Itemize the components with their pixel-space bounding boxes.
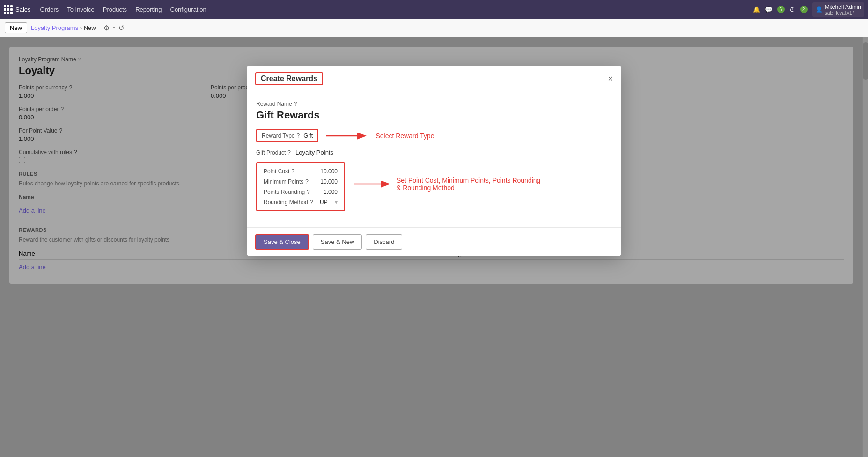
subnav-icons: ⚙ ↑ ↺ xyxy=(103,24,125,32)
modal-overlay: Create Rewards × Reward Name ? Gift Rewa… xyxy=(0,37,868,457)
reward-name-label: Reward Name ? xyxy=(256,101,612,107)
point-cost-value: 10.000 xyxy=(320,168,338,175)
points-annotation: Set Point Cost, Minimum Points, Points R… xyxy=(354,177,540,192)
chat-badge: 6 xyxy=(777,6,785,13)
mp-help: ? xyxy=(305,178,309,185)
refresh-icon[interactable]: ↺ xyxy=(118,24,125,32)
rounding-dropdown-icon[interactable]: ▾ xyxy=(335,199,338,206)
menu-configuration[interactable]: Configuration xyxy=(170,6,206,13)
upload-icon[interactable]: ↑ xyxy=(112,24,116,32)
save-close-button[interactable]: Save & Close xyxy=(255,234,309,250)
menu-products[interactable]: Products xyxy=(103,6,127,13)
menu-to-invoice[interactable]: To Invoice xyxy=(67,6,95,13)
grid-icon xyxy=(4,5,13,14)
clock-icon[interactable]: ⏱ xyxy=(789,6,795,13)
pr-help: ? xyxy=(307,189,310,195)
modal-footer: Save & Close Save & New Discard xyxy=(247,227,621,256)
rounding-method-value: UP xyxy=(320,199,335,206)
topnav-right: 🔔 💬 6 ⏱ 2 👤 Mitchell Admin sale_loyalty1… xyxy=(753,2,864,17)
breadcrumb-current: New xyxy=(84,24,96,31)
breadcrumb: Loyalty Programs › New xyxy=(31,24,96,31)
app-logo[interactable]: Sales xyxy=(4,5,31,14)
breadcrumb-parent[interactable]: Loyalty Programs xyxy=(31,24,78,31)
reward-type-box: Reward Type ? Gift xyxy=(256,129,318,142)
discard-button[interactable]: Discard xyxy=(366,234,402,250)
point-cost-row: Point Cost ? 10.000 xyxy=(264,168,338,175)
menu-orders[interactable]: Orders xyxy=(40,6,59,13)
select-annotation: Select Reward Type xyxy=(375,132,434,140)
points-box: Point Cost ? 10.000 Minimum Points ? 10.… xyxy=(256,162,345,211)
top-menu: Orders To Invoice Products Reporting Con… xyxy=(40,6,206,13)
save-new-button[interactable]: Save & New xyxy=(313,234,362,250)
modal-header: Create Rewards × xyxy=(247,66,621,92)
reward-type-section: Reward Type ? Gift Se xyxy=(256,129,612,142)
arrow-right-icon2 xyxy=(354,178,392,190)
modal-close-button[interactable]: × xyxy=(608,74,613,84)
minimum-points-value: 10.000 xyxy=(320,178,338,185)
gift-product-value: Loyalty Points xyxy=(295,149,333,156)
gp-help: ? xyxy=(287,149,291,156)
reward-type-value: Gift xyxy=(303,132,313,139)
gift-product-row: Gift Product ? Loyalty Points xyxy=(256,149,612,156)
minimum-points-row: Minimum Points ? 10.000 xyxy=(264,178,338,185)
rt-help: ? xyxy=(296,133,300,139)
avatar: 👤 xyxy=(816,6,823,13)
arrow-right-icon xyxy=(326,130,368,141)
top-navigation: Sales Orders To Invoice Products Reporti… xyxy=(0,0,868,19)
rounding-method-row: Rounding Method ? UP ▾ xyxy=(264,199,338,206)
rm-help: ? xyxy=(310,199,313,206)
user-tag: sale_loyalty17 xyxy=(825,10,861,15)
user-avatar-box[interactable]: 👤 Mitchell Admin sale_loyalty17 xyxy=(812,2,864,17)
reward-name-value: Gift Rewards xyxy=(256,109,612,121)
main-content: Loyalty Program Name ? Loyalty Points pe… xyxy=(0,37,868,457)
gear-icon[interactable]: ⚙ xyxy=(103,24,110,32)
create-rewards-modal: Create Rewards × Reward Name ? Gift Rewa… xyxy=(247,66,621,256)
modal-body: Reward Name ? Gift Rewards Reward Type ?… xyxy=(247,92,621,227)
chat-icon[interactable]: 💬 xyxy=(765,6,772,13)
points-annotation-text: Set Point Cost, Minimum Points, Points R… xyxy=(397,177,540,192)
app-name: Sales xyxy=(15,6,31,13)
new-button[interactable]: New xyxy=(5,22,27,33)
points-rounding-value: 1.000 xyxy=(324,189,338,195)
sub-navigation: New Loyalty Programs › New ⚙ ↑ ↺ xyxy=(0,19,868,37)
clock-badge: 2 xyxy=(800,6,808,13)
points-rounding-row: Points Rounding ? 1.000 xyxy=(264,189,338,195)
user-name: Mitchell Admin xyxy=(825,4,861,10)
pc-help: ? xyxy=(291,168,294,175)
modal-title: Create Rewards xyxy=(255,72,323,85)
rn-help: ? xyxy=(294,101,297,107)
menu-reporting[interactable]: Reporting xyxy=(135,6,162,13)
bell-icon[interactable]: 🔔 xyxy=(753,6,760,13)
points-annotation-section: Point Cost ? 10.000 Minimum Points ? 10.… xyxy=(256,162,612,219)
